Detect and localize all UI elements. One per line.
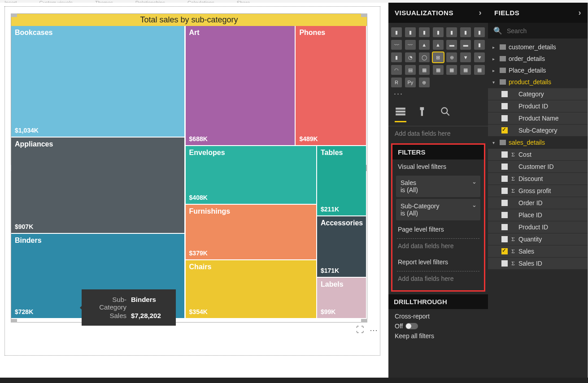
treemap-cell[interactable]: Accessories$171K xyxy=(317,216,366,277)
fields-search[interactable]: 🔍 xyxy=(488,23,588,39)
field-checkbox[interactable] xyxy=(501,127,508,133)
field-checkbox[interactable] xyxy=(501,212,508,218)
treemap-cell[interactable]: Chairs$354K xyxy=(186,260,316,318)
filter-card[interactable]: Sub-Categoryis (All)⌄ xyxy=(396,199,480,220)
field-checkbox[interactable] xyxy=(501,224,508,230)
treemap-cell[interactable]: Phones$489K xyxy=(296,26,366,145)
chevron-down-icon[interactable]: ⌄ xyxy=(472,178,477,185)
field-node[interactable]: Category xyxy=(488,88,588,100)
viz-type-icon[interactable]: ▮ xyxy=(391,52,402,62)
viz-type-icon[interactable]: ⊕ xyxy=(419,77,430,87)
treemap-cell[interactable]: Art$688K xyxy=(186,26,295,145)
viz-type-icon[interactable]: ▦ xyxy=(419,65,430,75)
fields-tab-icon[interactable] xyxy=(395,106,406,122)
field-checkbox[interactable] xyxy=(501,248,508,254)
viz-more-icon[interactable]: ··· xyxy=(388,89,488,102)
viz-type-icon[interactable]: ◠ xyxy=(391,65,402,75)
report-canvas[interactable]: Total sales by sub-category Bookcases$1,… xyxy=(0,3,388,379)
field-checkbox[interactable] xyxy=(501,236,508,242)
viz-type-icon[interactable]: ▬ xyxy=(446,40,457,50)
field-node[interactable]: ΣSales ID xyxy=(488,258,588,269)
viz-type-icon[interactable]: ▦ xyxy=(460,65,471,75)
viz-type-icon[interactable]: ▬ xyxy=(460,40,471,50)
field-well-hint[interactable]: Add data fields here xyxy=(388,126,488,141)
treemap-visual[interactable]: Total sales by sub-category Bookcases$1,… xyxy=(11,13,367,323)
field-checkbox[interactable] xyxy=(501,115,508,121)
viz-type-icon[interactable]: Py xyxy=(405,77,416,87)
viz-type-icon[interactable]: ▮ xyxy=(433,27,444,37)
field-node[interactable]: Place ID xyxy=(488,209,588,221)
more-options-icon[interactable]: ⋯ xyxy=(370,325,378,335)
field-node[interactable]: Customer ID xyxy=(488,161,588,172)
page-filters-slot[interactable]: Add data fields here xyxy=(397,238,479,253)
viz-type-icon[interactable]: ▼ xyxy=(460,52,471,62)
field-node[interactable]: Product ID xyxy=(488,221,588,233)
field-format-tabs[interactable] xyxy=(388,102,488,126)
fields-header[interactable]: FIELDS › xyxy=(488,3,588,23)
field-checkbox[interactable] xyxy=(501,188,508,194)
expand-icon[interactable]: ▾ xyxy=(492,80,497,85)
format-tab-icon[interactable] xyxy=(417,106,429,122)
field-checkbox[interactable] xyxy=(501,151,508,158)
field-node[interactable]: ΣQuantity xyxy=(488,233,588,245)
cross-report-toggle[interactable]: Off xyxy=(395,323,482,330)
viz-type-icon[interactable]: ▼ xyxy=(474,52,485,62)
visualizations-header[interactable]: VISUALIZATIONS › xyxy=(388,3,488,23)
field-checkbox[interactable] xyxy=(501,200,508,206)
table-node[interactable]: ▸customer_details xyxy=(488,41,588,53)
viz-type-icon[interactable]: ◯ xyxy=(419,52,430,62)
viz-type-icon[interactable]: ▮ xyxy=(405,27,416,37)
analytics-tab-icon[interactable] xyxy=(440,106,451,122)
viz-type-icon[interactable]: ▤ xyxy=(405,65,416,75)
resize-handle[interactable] xyxy=(361,319,367,323)
treemap-cell[interactable]: Tables$211K xyxy=(317,146,366,215)
viz-type-icon[interactable]: ▮ xyxy=(474,40,485,50)
field-node[interactable]: Product ID xyxy=(488,100,588,112)
table-node[interactable]: ▾product_details xyxy=(488,76,588,88)
field-node[interactable]: ΣCost xyxy=(488,149,588,160)
focus-mode-icon[interactable]: ⛶ xyxy=(356,325,364,335)
field-node[interactable]: ΣSales xyxy=(488,245,588,257)
viz-type-icon[interactable]: ▦ xyxy=(433,65,444,75)
viz-type-icon[interactable]: ▦ xyxy=(446,65,457,75)
viz-type-icon[interactable]: ⊕ xyxy=(446,52,457,62)
field-checkbox[interactable] xyxy=(501,103,508,109)
field-checkbox[interactable] xyxy=(501,176,508,182)
table-node[interactable]: ▸order_details xyxy=(488,53,588,65)
viz-type-icon[interactable]: ▮ xyxy=(460,27,471,37)
field-node[interactable]: ΣDiscount xyxy=(488,173,588,185)
field-node[interactable]: Order ID xyxy=(488,197,588,209)
viz-type-icon[interactable]: R xyxy=(391,77,402,87)
treemap-body[interactable]: Bookcases$1,034KAppliances$907KBinders$7… xyxy=(11,26,367,319)
treemap-cell[interactable]: Envelopes$408K xyxy=(186,146,316,204)
viz-type-gallery[interactable]: ▮▮▮▮▮▮▮〰〰▲▲▬▬▮▮◔◯⊞⊕▼▼◠▤▦▦▦▦▦RPy⊕ xyxy=(388,23,488,89)
field-node[interactable]: Product Name xyxy=(488,112,588,124)
viz-type-icon[interactable]: ▦ xyxy=(474,65,485,75)
table-node[interactable]: ▾sales_details xyxy=(488,137,588,148)
field-checkbox[interactable] xyxy=(501,260,508,267)
viz-type-icon[interactable]: ▲ xyxy=(433,40,444,50)
viz-type-icon[interactable]: ▮ xyxy=(446,27,457,37)
report-filters-slot[interactable]: Add data fields here xyxy=(397,271,479,286)
treemap-cell[interactable]: Furnishings$379K xyxy=(186,205,316,259)
expand-icon[interactable]: ▸ xyxy=(492,56,497,61)
viz-type-icon[interactable]: ◔ xyxy=(405,52,416,62)
resize-handle[interactable] xyxy=(361,13,367,17)
field-node[interactable]: ΣGross profit xyxy=(488,185,588,197)
resize-handle[interactable] xyxy=(11,319,17,323)
viz-type-icon[interactable]: ▮ xyxy=(419,27,430,37)
field-node[interactable]: Sub-Category xyxy=(488,125,588,136)
expand-icon[interactable]: ▸ xyxy=(492,68,497,73)
fields-tree[interactable]: ▸customer_details▸order_details▸Place_de… xyxy=(488,39,588,361)
treemap-cell[interactable]: Appliances$907K xyxy=(11,138,184,233)
field-checkbox[interactable] xyxy=(501,91,508,97)
viz-type-icon[interactable]: ▮ xyxy=(474,27,485,37)
viz-type-icon[interactable]: ▲ xyxy=(419,40,430,50)
viz-type-icon[interactable]: 〰 xyxy=(405,40,416,50)
viz-type-icon[interactable]: 〰 xyxy=(391,40,402,50)
chevron-right-icon[interactable]: › xyxy=(479,8,482,17)
field-checkbox[interactable] xyxy=(501,164,508,170)
treemap-cell[interactable]: Bookcases$1,034K xyxy=(11,26,184,137)
resize-handle[interactable] xyxy=(11,13,17,17)
viz-type-icon[interactable]: ▮ xyxy=(391,27,402,37)
